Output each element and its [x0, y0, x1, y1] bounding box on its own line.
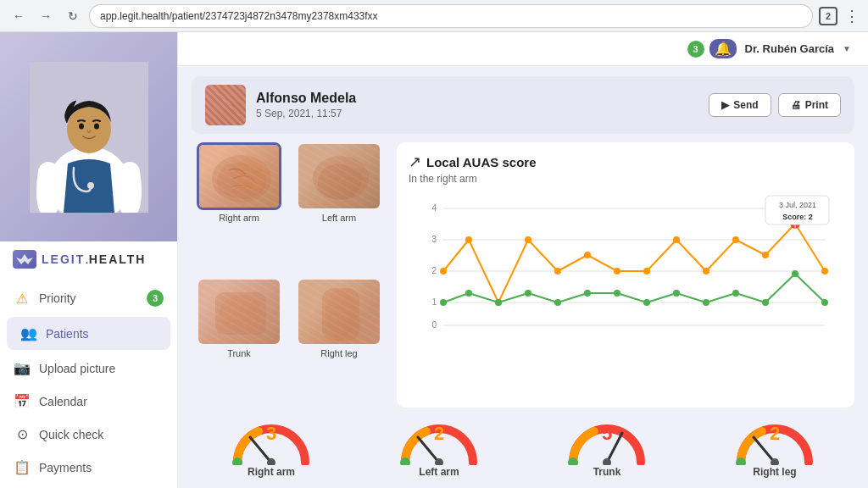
camera-icon: 📷 — [14, 360, 31, 376]
svg-point-25 — [465, 236, 472, 243]
gauge-trunk: 5 Trunk — [565, 416, 649, 478]
svg-text:1: 1 — [431, 297, 437, 307]
svg-point-39 — [465, 290, 472, 297]
gauge-wrap-right-leg: 2 — [732, 416, 817, 463]
svg-text:2: 2 — [431, 266, 437, 275]
bell-icon[interactable]: 🔔 — [709, 39, 737, 58]
browser-chrome: ← → ↻ 2 ⋮ — [0, 0, 868, 32]
tab-count: 2 — [819, 7, 837, 25]
chart-area: ↗ Local AUAS score In the right arm — [397, 142, 854, 408]
sidebar-item-payments[interactable]: 📋 Payments — [0, 451, 177, 484]
sidebar-item-priority[interactable]: ⚠ Priority 3 — [0, 281, 177, 315]
chart-trend-icon: ↗ — [409, 152, 421, 171]
sidebar-priority-label: Priority — [39, 291, 76, 305]
svg-point-40 — [495, 299, 502, 306]
svg-point-49 — [762, 299, 769, 306]
svg-text:Score: 2: Score: 2 — [782, 213, 813, 221]
sidebar-item-upload[interactable]: 📷 Upload picture — [0, 352, 177, 385]
svg-point-35 — [762, 252, 769, 258]
quickcheck-icon: ⊙ — [14, 426, 31, 442]
chart-title-row: ↗ Local AUAS score — [409, 152, 843, 171]
patient-thumbnail — [205, 85, 246, 125]
sidebar-upload-label: Upload picture — [39, 362, 115, 375]
svg-text:3 Jul, 2021: 3 Jul, 2021 — [779, 201, 816, 209]
patient-actions: ▶ Send 🖨 Print — [709, 93, 841, 117]
svg-point-9 — [313, 156, 369, 200]
calendar-icon: 📅 — [14, 393, 31, 409]
svg-point-30 — [614, 268, 620, 274]
chart-svg: 4 3 2 1 0 — [409, 191, 843, 336]
right-leg-label: Right leg — [320, 348, 357, 358]
patient-info: Alfonso Medela 5 Sep, 2021, 11:57 — [256, 91, 698, 119]
svg-point-5 — [94, 123, 99, 129]
body-part-trunk[interactable]: Trunk — [192, 278, 287, 408]
svg-point-33 — [703, 268, 709, 274]
sidebar-navigation: ⚠ Priority 3 👥 Patients 📷 Upload picture… — [0, 277, 177, 488]
gauge-right-arm: 3 Right arm — [229, 416, 314, 478]
svg-point-11 — [220, 295, 262, 332]
skin-texture-left-arm — [298, 144, 380, 208]
svg-point-28 — [554, 268, 561, 274]
mid-section: Right arm Left arm — [192, 142, 854, 408]
back-button[interactable]: ← — [8, 6, 29, 26]
sidebar-payments-label: Payments — [39, 461, 92, 474]
body-part-right-arm[interactable]: Right arm — [192, 142, 287, 273]
gauge-label-left-arm: Left arm — [419, 466, 459, 478]
patients-icon: 👥 — [20, 325, 37, 341]
doctor-name: Dr. Rubén García — [745, 42, 834, 55]
forward-button[interactable]: → — [36, 6, 56, 26]
gauge-label-trunk: Trunk — [593, 466, 621, 478]
sidebar-quickcheck-label: Quick check — [39, 428, 103, 441]
reload-button[interactable]: ↻ — [63, 6, 83, 26]
svg-point-50 — [792, 270, 798, 277]
url-bar[interactable] — [90, 5, 812, 27]
svg-point-51 — [821, 299, 828, 306]
logo-icon — [13, 250, 36, 269]
gauge-value-left-arm: 2 — [434, 423, 444, 445]
gauge-left-arm: 2 Left arm — [397, 416, 481, 478]
gauge-wrap-left-arm: 2 — [397, 416, 481, 463]
patient-name: Alfonso Medela — [256, 91, 698, 106]
skin-texture-right-arm — [199, 145, 279, 208]
svg-point-46 — [673, 290, 680, 297]
print-button[interactable]: 🖨 Print — [778, 93, 841, 117]
send-button[interactable]: ▶ Send — [709, 93, 771, 117]
notification-area: 3 🔔 — [687, 39, 737, 58]
svg-point-48 — [732, 290, 739, 297]
browser-menu-button[interactable]: ⋮ — [844, 7, 860, 25]
gauge-wrap-right-arm: 3 — [229, 416, 314, 463]
gauge-wrap-trunk: 5 — [565, 416, 649, 463]
body-part-left-arm[interactable]: Left arm — [292, 142, 387, 273]
svg-point-6 — [87, 182, 94, 189]
gauge-right-leg: 2 Right leg — [732, 416, 817, 478]
svg-point-3 — [67, 106, 111, 153]
svg-point-8 — [231, 159, 269, 190]
svg-rect-10 — [215, 292, 266, 335]
top-bar: 3 🔔 Dr. Rubén García ▼ — [178, 32, 868, 66]
sidebar-item-quickcheck[interactable]: ⊙ Quick check — [0, 418, 177, 451]
sidebar-item-calendar[interactable]: 📅 Calendar — [0, 385, 177, 418]
svg-text:3: 3 — [431, 235, 437, 244]
svg-point-38 — [440, 299, 447, 306]
body-part-img-right-leg — [297, 278, 381, 346]
print-icon: 🖨 — [791, 99, 801, 111]
doctor-illustration — [30, 62, 148, 213]
body-part-right-leg[interactable]: Right leg — [292, 278, 387, 408]
gauge-value-right-arm: 3 — [266, 423, 276, 445]
svg-point-32 — [673, 236, 680, 243]
svg-point-4 — [79, 123, 84, 129]
chart-svg-wrapper: 4 3 2 1 0 — [409, 191, 843, 336]
gauge-value-right-leg: 2 — [770, 423, 780, 445]
trunk-label: Trunk — [227, 348, 251, 358]
sidebar-item-patients[interactable]: 👥 Patients — [7, 317, 170, 350]
logo: LEGIT.HEALTH — [0, 241, 177, 277]
svg-point-34 — [732, 236, 739, 243]
doctor-dropdown-arrow[interactable]: ▼ — [843, 44, 851, 53]
gauge-label-right-arm: Right arm — [248, 466, 295, 478]
body-part-img-right-arm — [197, 142, 281, 210]
left-arm-label: Left arm — [322, 213, 356, 223]
send-icon: ▶ — [721, 99, 729, 111]
patient-thumb-skin — [205, 85, 246, 125]
gauge-value-trunk: 5 — [602, 423, 612, 445]
content-area: Alfonso Medela 5 Sep, 2021, 11:57 ▶ Send… — [178, 66, 868, 488]
